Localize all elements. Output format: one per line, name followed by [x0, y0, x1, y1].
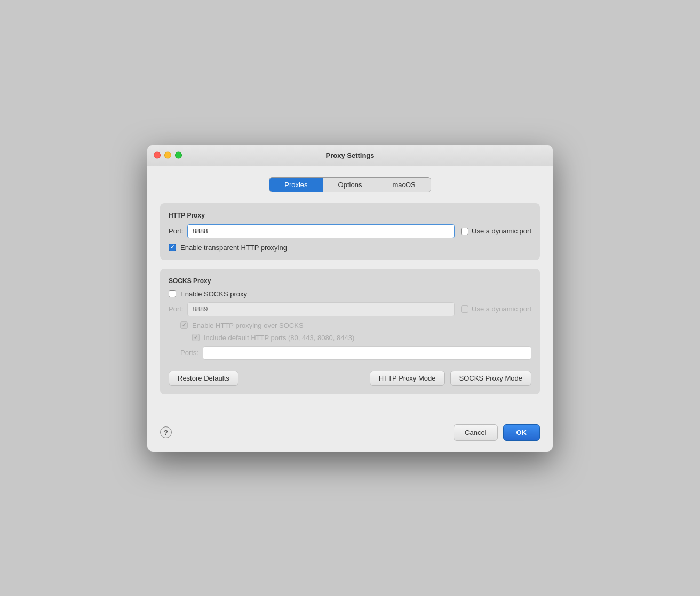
socks-enable-wrapper[interactable]: Enable SOCKS proxy — [169, 290, 247, 298]
http-transparent-checkbox[interactable] — [169, 244, 176, 251]
socks-proxy-label: SOCKS Proxy — [169, 277, 531, 285]
socks-port-label: Port: — [169, 305, 183, 313]
traffic-lights — [154, 152, 182, 159]
socks-default-ports-wrapper[interactable]: Include default HTTP ports (80, 443, 808… — [192, 334, 354, 342]
socks-ports-input[interactable] — [203, 346, 531, 360]
close-button[interactable] — [154, 152, 161, 159]
tab-bar: Proxies Options macOS — [160, 177, 540, 192]
cancel-button[interactable]: Cancel — [454, 424, 497, 441]
socks-default-ports-row: Include default HTTP ports (80, 443, 808… — [192, 334, 531, 342]
footer: ? Cancel OK — [147, 416, 553, 452]
proxy-settings-window: Proxy Settings Proxies Options macOS HTT… — [147, 145, 553, 452]
tab-proxies[interactable]: Proxies — [269, 178, 323, 192]
socks-enable-row: Enable SOCKS proxy — [169, 290, 531, 298]
socks-port-input[interactable] — [187, 302, 455, 316]
restore-defaults-button[interactable]: Restore Defaults — [169, 371, 238, 386]
socks-http-over-wrapper[interactable]: Enable HTTP proxying over SOCKS — [180, 321, 304, 329]
http-dynamic-port-wrapper: Use a dynamic port — [461, 227, 531, 235]
tab-group: Proxies Options macOS — [269, 177, 431, 192]
socks-ports-row: Ports: — [180, 346, 531, 360]
http-transparent-row: Enable transparent HTTP proxying — [169, 244, 531, 252]
socks-default-ports-checkbox[interactable] — [192, 334, 200, 341]
http-port-label: Port: — [169, 227, 183, 235]
footer-right: Cancel OK — [454, 424, 540, 441]
socks-http-over-label: Enable HTTP proxying over SOCKS — [192, 321, 304, 329]
window-title: Proxy Settings — [325, 151, 374, 159]
ok-button[interactable]: OK — [503, 424, 540, 441]
maximize-button[interactable] — [175, 152, 182, 159]
tab-macos[interactable]: macOS — [377, 178, 430, 192]
mode-buttons: HTTP Proxy Mode SOCKS Proxy Mode — [370, 371, 531, 386]
socks-ports-label: Ports: — [180, 349, 198, 357]
http-dynamic-port-checkbox[interactable] — [461, 228, 468, 235]
socks-proxy-section: SOCKS Proxy Enable SOCKS proxy Port: Use… — [160, 269, 540, 394]
tab-options[interactable]: Options — [323, 178, 378, 192]
socks-enable-label: Enable SOCKS proxy — [180, 290, 247, 298]
http-dynamic-port-label: Use a dynamic port — [472, 227, 531, 235]
socks-http-over-checkbox[interactable] — [180, 321, 188, 329]
http-transparent-wrapper[interactable]: Enable transparent HTTP proxying — [169, 244, 287, 252]
http-proxy-section: HTTP Proxy Port: Use a dynamic port Enab… — [160, 203, 540, 260]
main-content: Proxies Options macOS HTTP Proxy Port: U… — [147, 166, 553, 416]
socks-dynamic-port-wrapper: Use a dynamic port — [461, 305, 531, 313]
socks-enable-checkbox[interactable] — [169, 290, 176, 297]
http-port-row: Port: Use a dynamic port — [169, 224, 531, 238]
socks-port-row: Port: Use a dynamic port — [169, 302, 531, 316]
socks-dynamic-port-label: Use a dynamic port — [472, 305, 531, 313]
socks-proxy-mode-button[interactable]: SOCKS Proxy Mode — [450, 371, 532, 386]
http-proxy-label: HTTP Proxy — [169, 212, 531, 219]
socks-dynamic-port-checkbox[interactable] — [461, 305, 468, 313]
socks-default-ports-label: Include default HTTP ports (80, 443, 808… — [204, 334, 354, 342]
http-port-input[interactable] — [187, 224, 455, 238]
socks-http-over-row: Enable HTTP proxying over SOCKS — [180, 321, 531, 329]
action-buttons-row: Restore Defaults HTTP Proxy Mode SOCKS P… — [169, 371, 531, 386]
http-transparent-label: Enable transparent HTTP proxying — [180, 244, 287, 252]
http-proxy-mode-button[interactable]: HTTP Proxy Mode — [370, 371, 445, 386]
minimize-button[interactable] — [164, 152, 171, 159]
titlebar: Proxy Settings — [147, 145, 553, 166]
help-button[interactable]: ? — [160, 426, 172, 438]
